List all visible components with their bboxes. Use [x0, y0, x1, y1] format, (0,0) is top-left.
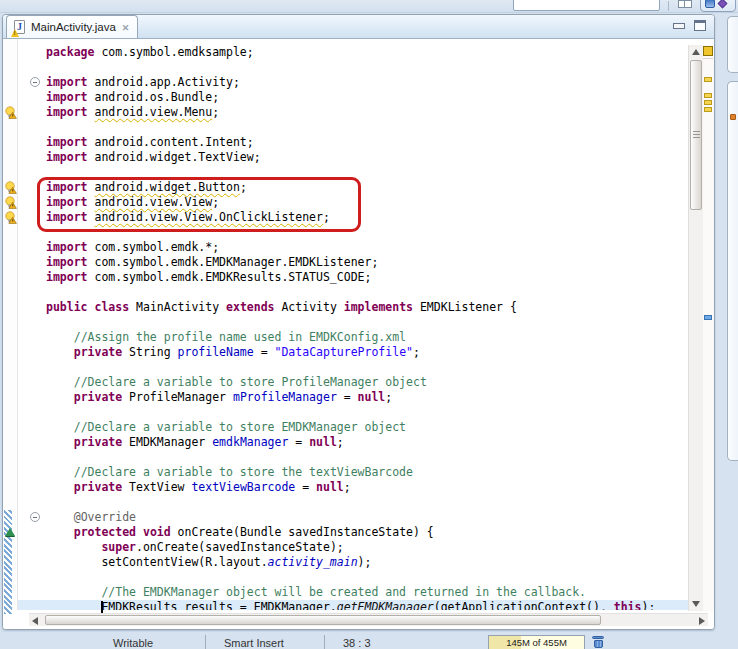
horizontal-scrollbar[interactable]	[29, 613, 708, 626]
code-line[interactable]: import com.symbol.emdk.EMDKResults.STATU…	[18, 270, 688, 285]
perspective-window-icon	[705, 0, 715, 8]
code-line[interactable]: import android.content.Intent;	[18, 135, 688, 150]
thumb-grip-icon	[693, 131, 700, 139]
code-line[interactable]: //The EMDKManager object will be created…	[18, 585, 688, 600]
code-line[interactable]: protected void onCreate(Bundle savedInst…	[18, 525, 688, 540]
vertical-scroll-thumb[interactable]	[690, 60, 702, 210]
heap-label: 145M of 455M	[489, 636, 584, 649]
editor-content: package com.symbol.emdksample;import and…	[3, 39, 714, 629]
perspective-button[interactable]	[700, 0, 736, 12]
warning-overlay-icon	[11, 29, 19, 37]
annotation-gutter	[3, 39, 18, 610]
caret-marker[interactable]	[704, 315, 712, 320]
code-line[interactable]: import com.symbol.emdk.*;	[18, 240, 688, 255]
editor-tab-strip: J MainActivity.java ✕	[3, 15, 714, 39]
horizontal-scroll-thumb[interactable]	[45, 615, 601, 625]
code-line[interactable]: EMDKResults results = EMDKManager.getEMD…	[18, 600, 688, 610]
overview-warning-status-icon[interactable]	[703, 46, 713, 56]
code-line[interactable]: @Override	[18, 510, 688, 525]
code-line[interactable]	[18, 285, 688, 300]
code-line[interactable]: private TextView textViewBarcode = null;	[18, 480, 688, 495]
warning-bulb-icon[interactable]	[4, 105, 17, 118]
code-line[interactable]	[18, 60, 688, 75]
code-line[interactable]: import android.app.Activity;	[18, 75, 688, 90]
status-insert-mode: Smart Insert	[206, 636, 324, 649]
annotation-highlight-box	[37, 177, 361, 232]
warning-marker[interactable]	[704, 107, 712, 112]
method-range-indicator	[4, 510, 12, 614]
code-line[interactable]: import android.view.Menu;	[18, 105, 688, 120]
code-line[interactable]	[18, 495, 688, 510]
tab-title: MainActivity.java	[31, 21, 116, 34]
code-line[interactable]: private EMDKManager emdkManager = null;	[18, 435, 688, 450]
code-line[interactable]: setContentView(R.layout.activity_main);	[18, 555, 688, 570]
side-view-edge[interactable]	[727, 81, 738, 461]
maximize-view-icon[interactable]	[694, 20, 706, 31]
side-view-edge[interactable]	[727, 16, 738, 73]
code-line[interactable]	[18, 360, 688, 375]
code-line[interactable]: import android.os.Bundle;	[18, 90, 688, 105]
code-line[interactable]: private ProfileManager mProfileManager =…	[18, 390, 688, 405]
garbage-collect-icon[interactable]	[592, 636, 604, 649]
overview-separator	[703, 58, 713, 59]
code-line[interactable]: //Assign the profile name used in EMDKCo…	[18, 330, 688, 345]
scroll-down-icon[interactable]	[692, 601, 700, 607]
toolbar-separator	[668, 1, 669, 11]
overview-ruler[interactable]	[703, 45, 714, 611]
code-line[interactable]: private String profileName = "DataCaptur…	[18, 345, 688, 360]
table-icon[interactable]	[678, 0, 692, 8]
tab-close-icon[interactable]: ✕	[121, 22, 131, 33]
code-line[interactable]	[18, 570, 688, 585]
minimize-view-icon[interactable]	[673, 20, 684, 30]
quick-access-input[interactable]	[513, 0, 660, 11]
tab-mainactivity-java[interactable]: J MainActivity.java ✕	[6, 15, 138, 38]
java-file-icon: J	[13, 20, 26, 35]
toolbar-strip	[0, 0, 738, 13]
code-line[interactable]: import com.symbol.emdk.EMDKManager.EMDKL…	[18, 255, 688, 270]
code-line[interactable]: super.onCreate(savedInstanceState);	[18, 540, 688, 555]
code-lines[interactable]: package com.symbol.emdksample;import and…	[18, 39, 688, 610]
code-line[interactable]: public class MainActivity extends Activi…	[18, 300, 688, 315]
warning-marker[interactable]	[704, 100, 712, 105]
status-caret-position: 38 : 3	[325, 636, 371, 649]
scroll-up-icon[interactable]	[692, 49, 700, 55]
code-line[interactable]	[18, 315, 688, 330]
code-line[interactable]: //Declare a variable to store the textVi…	[18, 465, 688, 480]
side-task-marker-icon	[730, 114, 736, 120]
code-line[interactable]: //Declare a variable to store EMDKManage…	[18, 420, 688, 435]
code-line[interactable]	[18, 120, 688, 135]
status-writable: Writable	[113, 636, 205, 649]
scroll-left-icon[interactable]	[32, 617, 38, 625]
perspective-java-icon	[718, 0, 728, 8]
heap-status-gauge: 145M of 455M	[488, 635, 585, 649]
warning-marker[interactable]	[704, 93, 712, 98]
code-line[interactable]: //Declare a variable to store ProfileMan…	[18, 375, 688, 390]
last-edit-marker-icon	[5, 528, 15, 536]
status-bar: Writable Smart Insert 38 : 3 145M of 455…	[0, 632, 738, 649]
vertical-scrollbar[interactable]	[688, 45, 703, 611]
warning-bulb-icon[interactable]	[4, 180, 17, 193]
code-line[interactable]	[18, 405, 688, 420]
code-line[interactable]	[18, 450, 688, 465]
warning-marker[interactable]	[704, 77, 712, 82]
editor-pane: J MainActivity.java ✕ package com.symbol…	[2, 14, 715, 630]
code-line[interactable]: import android.widget.TextView;	[18, 150, 688, 165]
warning-bulb-icon[interactable]	[4, 195, 17, 208]
scroll-right-icon[interactable]	[699, 617, 705, 625]
warning-bulb-icon[interactable]	[4, 210, 17, 223]
code-line[interactable]: package com.symbol.emdksample;	[18, 45, 688, 60]
